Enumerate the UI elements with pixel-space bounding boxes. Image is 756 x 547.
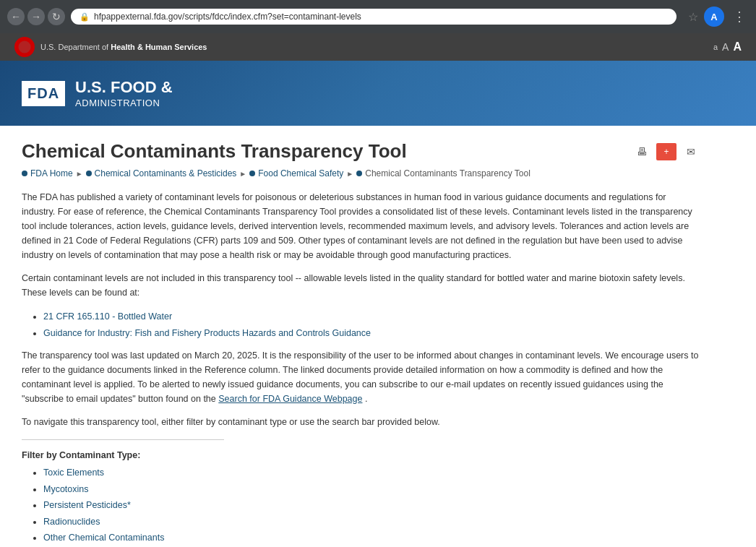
print-icon[interactable]: 🖶 [632, 143, 652, 160]
links-list: 21 CFR 165.110 - Bottled Water Guidance … [43, 309, 701, 341]
breadcrumb-fda-home[interactable]: FDA Home [30, 168, 73, 178]
radionuclides-link[interactable]: Radionuclides [43, 517, 100, 527]
bookmark-icon[interactable]: + [656, 143, 676, 160]
list-item: Other Chemical Contaminants [43, 530, 701, 546]
page-actions: 🖶 + ✉ [632, 143, 701, 160]
list-item: Mycotoxins [43, 481, 701, 498]
bookmark-star-icon[interactable]: ☆ [688, 10, 698, 24]
font-size-controls: a A A [713, 40, 742, 53]
breadcrumb-dot-1 [22, 171, 27, 176]
svg-point-0 [18, 40, 30, 53]
persistent-pesticides-link[interactable]: Persistent Pesticides* [43, 500, 131, 510]
title-breadcrumb-block: Chemical Contaminants Transparency Tool … [22, 140, 531, 190]
other-contaminants-link[interactable]: Other Chemical Contaminants [43, 533, 164, 543]
list-item: Toxic Elements [43, 465, 701, 481]
update-period: . [365, 394, 367, 404]
hhs-name: Health & Human Services [111, 43, 207, 51]
font-large-button[interactable]: A [733, 40, 742, 53]
fda-agency-sub: ADMINISTRATION [75, 98, 172, 108]
font-small-button[interactable]: a [713, 43, 718, 51]
intro-paragraph-2: Certain contaminant levels are not inclu… [22, 271, 701, 300]
font-medium-button[interactable]: A [722, 41, 729, 53]
browser-chrome: ← → ↻ 🔒 hfpappexternal.fda.gov/scripts/f… [0, 0, 756, 33]
breadcrumb-current: Chemical Contaminants Transparency Tool [365, 168, 531, 178]
breadcrumb-contaminants[interactable]: Chemical Contaminants & Pesticides [95, 168, 237, 178]
nav-buttons: ← → ↻ [7, 8, 65, 25]
breadcrumb-dot-3 [249, 171, 255, 176]
fda-header: FDA U.S. FOOD & ADMINISTRATION [0, 61, 756, 126]
toxic-elements-link[interactable]: Toxic Elements [43, 468, 104, 478]
breadcrumb-arrow-1: ► [76, 170, 83, 178]
page-header-wrapper: Chemical Contaminants Transparency Tool … [22, 140, 701, 190]
divider-1 [22, 439, 224, 440]
main-content: Chemical Contaminants Transparency Tool … [0, 126, 723, 547]
mycotoxins-link[interactable]: Mycotoxins [43, 484, 89, 494]
page-title: Chemical Contaminants Transparency Tool [22, 140, 531, 163]
list-item: Guidance for Industry: Fish and Fishery … [43, 325, 701, 342]
breadcrumb-dot-2 [86, 171, 92, 176]
hhs-logo [14, 37, 35, 57]
fda-agency-text: U.S. FOOD & ADMINISTRATION [75, 78, 172, 108]
fda-logo-box: FDA [22, 81, 65, 106]
refresh-button[interactable]: ↻ [48, 8, 65, 25]
breadcrumb: FDA Home ► Chemical Contaminants & Pesti… [22, 168, 531, 178]
filter-label: Filter by Contaminant Type: [22, 450, 701, 460]
fda-logo-text: FDA [27, 85, 59, 102]
url-text: hfpappexternal.fda.gov/scripts/fdcc/inde… [94, 12, 361, 22]
forward-button[interactable]: → [27, 8, 45, 25]
bottled-water-link[interactable]: 21 CFR 165.110 - Bottled Water [43, 311, 172, 322]
profile-button[interactable]: A [704, 7, 724, 27]
navigate-text: To navigate this transparency tool, eith… [22, 415, 701, 429]
update-paragraph: The transparency tool was last updated o… [22, 348, 701, 406]
lock-icon: 🔒 [80, 12, 90, 22]
fda-agency-name: U.S. FOOD & [75, 78, 172, 97]
list-item: Persistent Pesticides* [43, 497, 701, 514]
hhs-text: U.S. Department of Health & Human Servic… [40, 43, 207, 51]
back-button[interactable]: ← [7, 8, 25, 25]
breadcrumb-arrow-2: ► [239, 170, 246, 178]
breadcrumb-arrow-3: ► [346, 170, 353, 178]
fishery-guidance-link[interactable]: Guidance for Industry: Fish and Fishery … [43, 328, 371, 338]
filter-list: Toxic Elements Mycotoxins Persistent Pes… [43, 465, 701, 546]
list-item: 21 CFR 165.110 - Bottled Water [43, 309, 701, 325]
hhs-bar: U.S. Department of Health & Human Servic… [0, 33, 756, 61]
menu-icon[interactable]: ⋮ [730, 6, 749, 27]
list-item: Radionuclides [43, 514, 701, 530]
hhs-left: U.S. Department of Health & Human Servic… [14, 37, 207, 57]
breadcrumb-dot-4 [356, 171, 362, 176]
address-bar[interactable]: 🔒 hfpappexternal.fda.gov/scripts/fdcc/in… [71, 9, 676, 25]
fda-guidance-link[interactable]: Search for FDA Guidance Webpage [218, 394, 362, 404]
intro-paragraph-1: The FDA has published a variety of conta… [22, 190, 701, 262]
email-icon[interactable]: ✉ [681, 143, 701, 160]
breadcrumb-food-chemical[interactable]: Food Chemical Safety [258, 168, 343, 178]
